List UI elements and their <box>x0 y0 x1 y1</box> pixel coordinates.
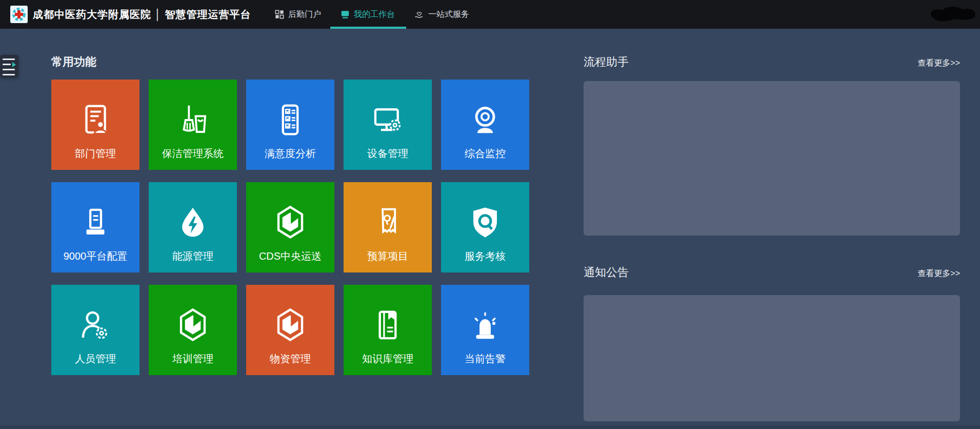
notices-title: 通知公告 <box>584 265 629 280</box>
tile-service-assessment[interactable]: 服务考核 <box>441 182 529 272</box>
bottom-edge <box>0 425 980 429</box>
tile-energy-management[interactable]: 能源管理 <box>149 182 237 272</box>
brand: 成都中医药大学附属医院 │ 智慧管理运营平台 <box>10 0 251 29</box>
tile-integrated-monitoring[interactable]: 综合监控 <box>441 80 529 170</box>
tile-department-management[interactable]: 部门管理 <box>51 80 139 170</box>
tile-budget-projects[interactable]: 预算项目 <box>344 182 432 272</box>
sidebar-toggle[interactable] <box>0 55 18 77</box>
expand-arrow-icon <box>12 62 16 67</box>
document-person-icon <box>77 102 113 138</box>
tile-personnel-management[interactable]: 人员管理 <box>51 285 139 375</box>
monitor-gear-icon <box>370 102 406 138</box>
tab-one-stop-service[interactable]: 一站式服务 <box>414 0 469 29</box>
tile-label: 物资管理 <box>246 352 334 366</box>
tile-label: 培训管理 <box>149 352 237 366</box>
tile-training-management[interactable]: 培训管理 <box>149 285 237 375</box>
tile-label: 人员管理 <box>51 352 139 366</box>
tile-label: 知识库管理 <box>344 352 432 366</box>
tab-label: 后勤门户 <box>288 9 321 20</box>
tile-satisfaction-analysis[interactable]: 满意度分析 <box>246 80 334 170</box>
process-assistant-header: 流程助手 查看更多>> <box>584 54 960 70</box>
energy-drop-icon <box>175 205 211 241</box>
tile-label: 设备管理 <box>344 147 432 161</box>
tile-cds-central-transport[interactable]: CDS中央运送 <box>246 182 334 272</box>
common-functions-grid: 部门管理 保洁管理系统 满意度分析 设备管理 综合监控 9000平台配置 能源管… <box>51 80 529 375</box>
menu-bar <box>3 64 11 65</box>
tile-platform-9000-config[interactable]: 9000平台配置 <box>51 182 139 272</box>
tile-label: 服务考核 <box>441 249 529 263</box>
hand-heart-icon <box>414 10 424 20</box>
kiosk-icon <box>77 205 113 241</box>
workbench-icon <box>341 10 350 19</box>
book-icon <box>370 307 406 343</box>
hospital-logo-icon <box>10 6 28 23</box>
alarm-icon <box>467 307 503 343</box>
hex-box-icon <box>272 205 308 241</box>
process-assistant-title: 流程助手 <box>584 54 629 70</box>
menu-bar <box>3 69 15 70</box>
common-functions-title: 常用功能 <box>51 54 96 70</box>
camera-icon <box>467 102 503 138</box>
notices-more-link[interactable]: 查看更多>> <box>917 268 960 279</box>
tile-label: 保洁管理系统 <box>149 147 237 161</box>
page: 成都中医药大学附属医院 │ 智慧管理运营平台 后勤门户 我的工作台 一站式服务 <box>0 0 980 429</box>
menu-bar <box>3 74 15 75</box>
grid-icon <box>275 10 284 19</box>
receipt-pencil-icon <box>370 205 406 241</box>
broom-icon <box>175 102 211 138</box>
tile-equipment-management[interactable]: 设备管理 <box>344 80 432 170</box>
tile-cleaning-management[interactable]: 保洁管理系统 <box>149 80 237 170</box>
tab-label: 我的工作台 <box>354 9 395 20</box>
tile-materials-management[interactable]: 物资管理 <box>246 285 334 375</box>
process-assistant-more-link[interactable]: 查看更多>> <box>917 58 960 69</box>
notices-header: 通知公告 查看更多>> <box>584 265 960 280</box>
top-navbar: 成都中医药大学附属医院 │ 智慧管理运营平台 后勤门户 我的工作台 一站式服务 <box>0 0 980 29</box>
tile-label: 部门管理 <box>51 147 139 161</box>
tile-label: 9000平台配置 <box>51 249 139 263</box>
shield-q-icon <box>467 205 503 241</box>
nav-tabs: 后勤门户 我的工作台 一站式服务 <box>275 0 469 29</box>
tile-label: CDS中央运送 <box>246 249 334 263</box>
tile-current-alarms[interactable]: 当前告警 <box>441 285 529 375</box>
app-title: 成都中医药大学附属医院 │ 智慧管理运营平台 <box>33 8 251 22</box>
tile-label: 当前告警 <box>441 352 529 366</box>
tile-label: 满意度分析 <box>246 147 334 161</box>
tab-label: 一站式服务 <box>428 9 469 20</box>
checklist-icon <box>272 102 308 138</box>
notices-panel <box>584 295 960 421</box>
process-assistant-panel <box>584 81 960 236</box>
tile-label: 综合监控 <box>441 147 529 161</box>
tile-label: 预算项目 <box>344 249 432 263</box>
person-gear-icon <box>77 307 113 343</box>
tab-logistics-portal[interactable]: 后勤门户 <box>275 0 321 29</box>
tab-my-workbench[interactable]: 我的工作台 <box>341 0 395 29</box>
hex-box-icon <box>175 307 211 343</box>
tile-label: 能源管理 <box>149 249 237 263</box>
redacted-user-area <box>927 3 978 25</box>
tile-knowledge-base[interactable]: 知识库管理 <box>344 285 432 375</box>
menu-bar <box>3 59 15 60</box>
hex-box-icon <box>272 307 308 343</box>
